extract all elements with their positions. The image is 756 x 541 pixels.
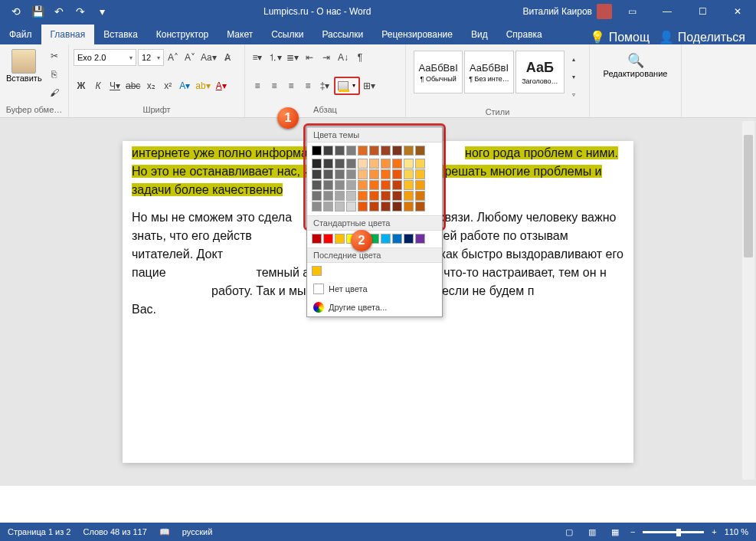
color-swatch[interactable] xyxy=(369,202,379,211)
color-swatch[interactable] xyxy=(415,159,425,169)
color-swatch[interactable] xyxy=(358,202,368,211)
color-swatch[interactable] xyxy=(381,146,391,156)
tell-me[interactable]: 💡 Помощ xyxy=(590,30,650,44)
undo-icon[interactable]: ↶ xyxy=(49,2,69,21)
styles-more-icon[interactable]: ▿ xyxy=(566,86,581,103)
color-swatch[interactable] xyxy=(404,191,414,201)
color-swatch[interactable] xyxy=(323,169,333,179)
numbering-icon[interactable]: ⒈▾ xyxy=(267,49,283,66)
color-swatch[interactable] xyxy=(381,180,391,190)
justify-icon[interactable]: ≡ xyxy=(300,77,316,94)
color-swatch[interactable] xyxy=(346,146,356,156)
color-swatch[interactable] xyxy=(335,234,345,244)
user-avatar-icon[interactable] xyxy=(597,4,612,19)
highlighted-text[interactable]: интернете уже полно информации xyxy=(132,146,329,159)
word-count[interactable]: Слово 48 из 117 xyxy=(83,527,146,537)
color-swatch[interactable] xyxy=(392,180,402,190)
color-swatch[interactable] xyxy=(335,180,345,190)
shading-dropdown-icon[interactable]: ▾ xyxy=(350,79,358,93)
font-size-combo[interactable]: 12▾ xyxy=(138,49,164,66)
scrollbar-thumb[interactable] xyxy=(744,135,753,257)
show-marks-icon[interactable]: ¶ xyxy=(352,49,368,66)
color-swatch[interactable] xyxy=(404,159,414,169)
color-swatch[interactable] xyxy=(369,180,379,190)
zoom-out-icon[interactable]: − xyxy=(630,527,635,536)
color-swatch[interactable] xyxy=(312,169,322,179)
strike-button[interactable]: abc xyxy=(124,77,142,94)
clear-format-icon[interactable]: A̷ xyxy=(220,49,235,66)
color-swatch[interactable] xyxy=(312,159,322,169)
superscript-button[interactable]: x² xyxy=(160,77,175,94)
save-icon[interactable]: 💾 xyxy=(28,2,47,21)
user-name[interactable]: Виталий Каиров xyxy=(522,6,592,17)
tab-view[interactable]: Вид xyxy=(462,25,497,44)
color-swatch[interactable] xyxy=(323,146,333,156)
tab-help[interactable]: Справка xyxy=(497,25,551,44)
qat-dropdown-icon[interactable]: ▾ xyxy=(92,2,112,21)
color-swatch[interactable] xyxy=(404,234,414,244)
align-right-icon[interactable]: ≡ xyxy=(283,77,299,94)
color-swatch[interactable] xyxy=(323,202,333,211)
shading-button[interactable]: ▾ xyxy=(334,77,360,95)
color-swatch[interactable] xyxy=(381,191,391,201)
spellcheck-icon[interactable]: 📖 xyxy=(159,527,170,537)
color-swatch[interactable] xyxy=(312,191,322,201)
color-swatch[interactable] xyxy=(392,191,402,201)
color-swatch[interactable] xyxy=(358,159,368,169)
color-swatch[interactable] xyxy=(346,180,356,190)
color-swatch[interactable] xyxy=(323,180,333,190)
color-swatch[interactable] xyxy=(415,191,425,201)
color-swatch[interactable] xyxy=(335,169,345,179)
autosave-icon[interactable]: ⟲ xyxy=(6,2,26,21)
close-icon[interactable]: ✕ xyxy=(722,0,753,23)
color-swatch[interactable] xyxy=(346,202,356,211)
color-swatch[interactable] xyxy=(381,159,391,169)
color-swatch[interactable] xyxy=(346,191,356,201)
bold-button[interactable]: Ж xyxy=(74,77,89,94)
color-swatch[interactable] xyxy=(358,180,368,190)
underline-button[interactable]: Ч▾ xyxy=(107,77,123,94)
tab-references[interactable]: Ссылки xyxy=(262,25,313,44)
color-swatch[interactable] xyxy=(392,146,402,156)
color-swatch[interactable] xyxy=(312,180,322,190)
color-swatch[interactable] xyxy=(404,180,414,190)
color-swatch[interactable] xyxy=(358,191,368,201)
color-swatch[interactable] xyxy=(392,159,402,169)
color-swatch[interactable] xyxy=(392,169,402,179)
color-swatch[interactable] xyxy=(323,234,333,244)
style-normal[interactable]: АаБбВвІ ¶ Обычный xyxy=(414,51,463,93)
page-indicator[interactable]: Страница 1 из 2 xyxy=(8,527,70,537)
tab-mailings[interactable]: Рассылки xyxy=(313,25,372,44)
align-left-icon[interactable]: ≡ xyxy=(250,77,265,94)
color-swatch[interactable] xyxy=(381,234,391,244)
maximize-icon[interactable]: ☐ xyxy=(687,0,718,23)
tab-insert[interactable]: Вставка xyxy=(94,25,147,44)
shrink-font-icon[interactable]: A˅ xyxy=(182,49,198,66)
color-swatch[interactable] xyxy=(404,169,414,179)
color-swatch[interactable] xyxy=(369,169,379,179)
tab-file[interactable]: Файл xyxy=(0,25,41,44)
zoom-slider[interactable] xyxy=(643,531,704,533)
color-swatch[interactable] xyxy=(415,202,425,211)
font-name-combo[interactable]: Exo 2.0▾ xyxy=(74,49,136,66)
color-swatch[interactable] xyxy=(369,191,379,201)
more-colors-item[interactable]: Другие цвета... xyxy=(307,298,442,316)
borders-icon[interactable]: ⊞▾ xyxy=(362,77,377,94)
color-swatch[interactable] xyxy=(335,202,345,211)
paste-button[interactable]: Вставить xyxy=(5,48,44,101)
language-indicator[interactable]: русский xyxy=(182,527,212,537)
color-swatch[interactable] xyxy=(404,202,414,211)
multilevel-icon[interactable]: ≣▾ xyxy=(285,49,300,66)
style-nospacing[interactable]: АаБбВвІ ¶ Без инте… xyxy=(464,51,513,93)
color-swatch[interactable] xyxy=(346,169,356,179)
color-swatch[interactable] xyxy=(415,180,425,190)
color-swatch[interactable] xyxy=(312,146,322,156)
web-layout-icon[interactable]: ▦ xyxy=(607,526,623,538)
color-swatch[interactable] xyxy=(369,146,379,156)
align-center-icon[interactable]: ≡ xyxy=(267,77,282,94)
color-swatch[interactable] xyxy=(335,191,345,201)
share-button[interactable]: 👤 Поделиться xyxy=(659,30,745,44)
increase-indent-icon[interactable]: ⇥ xyxy=(319,49,334,66)
italic-button[interactable]: К xyxy=(90,77,106,94)
change-case-icon[interactable]: Aa▾ xyxy=(199,49,218,66)
